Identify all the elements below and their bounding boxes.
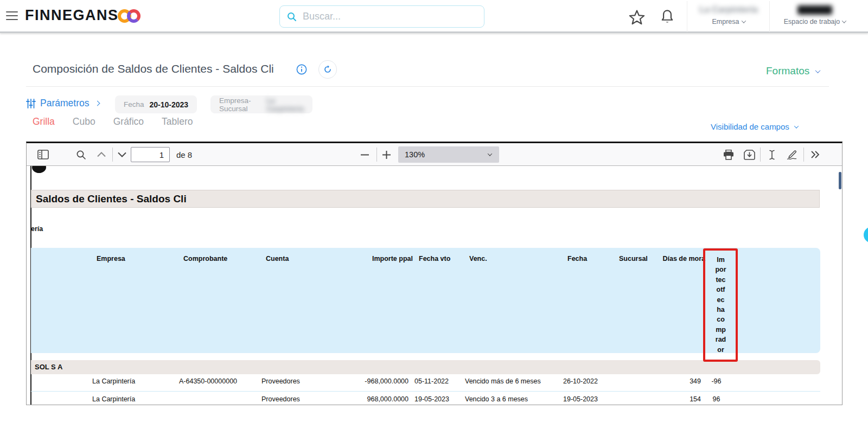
topbar-divider [769,1,770,32]
col-fecha-vto: Fecha vto [419,255,450,262]
cell-fecha-vto: 05-11-2022 [414,377,449,385]
pdf-scrollbar[interactable] [839,172,841,189]
search-input[interactable] [303,11,477,22]
clipped-company-word: ería [31,225,43,233]
cell-venc: Vencido más de 6 meses [465,377,541,385]
chevron-down-icon [794,124,799,128]
search-icon [286,11,297,22]
cell-fecha: 19-05-2023 [563,395,598,403]
hamburger-menu-icon[interactable] [6,11,18,21]
cell-cuenta: Proveedores [261,377,300,385]
text-selection-tool-button[interactable] [763,146,781,163]
document-title-bar: Saldos de Clientes - Saldos Cli [31,190,820,208]
topbar-divider [687,1,687,32]
text-cursor-icon [769,150,775,160]
tab-grilla[interactable]: Grilla [33,116,55,127]
pdf-page[interactable]: Saldos de Clientes - Saldos Cli ería Emp… [27,166,842,405]
col-dias-de-mora: Días de mora [661,255,705,262]
cell-fecha-vto: 19-05-2023 [414,395,449,403]
finnegans-logo: FINNEGANS [25,7,119,24]
fecha-label: Fecha [124,100,144,108]
table-row: La Carpintería Proveedores 968,000.0000 … [27,395,820,405]
download-button[interactable] [741,146,758,163]
bell-icon [660,9,675,25]
field-visibility-dropdown[interactable]: Visibilidad de campos [711,122,798,131]
workspace-picker[interactable]: Espacio de trabajo [774,0,856,33]
fecha-parameter[interactable]: Fecha 20-10-2023 [115,95,197,113]
chevron-up-icon [97,152,106,157]
cell-importe-ppal: -968,000.0000 [327,377,409,385]
table-row: La Carpintería A-64350-00000000 Proveedo… [27,377,820,387]
previous-page-button[interactable] [93,146,110,163]
toolbar-divider [760,148,761,162]
toggle-sidebar-button[interactable] [34,146,52,163]
company-name-blurred: La Carpintería [690,5,767,15]
refresh-icon [323,65,332,74]
tab-cubo[interactable]: Cubo [73,116,95,127]
company-picker-label: Empresa [712,18,745,25]
cell-importe-ppal: 968,000.0000 [327,395,409,403]
col-importe-ppal: Importe ppal [331,255,413,262]
next-page-button[interactable] [113,146,131,163]
fecha-value: 20-10-2023 [150,100,189,109]
company-picker[interactable]: La Carpintería Empresa [690,0,767,33]
table-header: Empresa Comprobante Cuenta Importe ppal … [31,248,820,353]
empresa-sucursal-parameter[interactable]: Empresa-Sucursal La Carpintería [210,95,312,113]
column-highlight-annotation [703,248,738,362]
sliders-icon [26,98,36,109]
cell-importe-fecha-comprador: -96 [699,377,733,385]
cell-venc: Vencido 3 a 6 meses [465,395,528,403]
chevron-down-icon [842,18,846,23]
chevron-down-icon [815,68,821,73]
info-button[interactable] [296,64,307,75]
more-tools-button[interactable] [807,146,824,163]
workspace-name-blurred [797,5,832,15]
pdf-viewer: de 8 130% [26,142,843,405]
global-search[interactable] [279,5,484,28]
cell-cuenta: Proveedores [261,395,300,403]
toolbar-divider [803,148,804,162]
refresh-button[interactable] [318,60,337,79]
zoom-level-select[interactable]: 130% [398,146,499,163]
workspace-picker-label: Espacio de trabajo [784,18,846,25]
tab-tablero[interactable]: Tablero [162,116,193,127]
cell-fecha: 26-10-2022 [563,377,598,385]
plus-icon [382,151,391,159]
chevron-down-icon [118,152,126,157]
topbar: FINNEGANS La Carpintería [0,0,868,33]
screen: FINNEGANS La Carpintería [0,0,868,429]
tab-grafico[interactable]: Gráfico [113,116,144,127]
zoom-in-button[interactable] [378,146,395,163]
cell-empresa: La Carpintería [92,395,135,403]
header-divider [26,86,829,87]
page-number-input[interactable] [131,147,170,162]
cell-comprobante: A-64350-00000000 [179,377,237,385]
cell-empresa: La Carpintería [92,377,135,385]
sidebar-toggle-icon [37,150,49,159]
notifications-button[interactable] [658,8,677,26]
chevron-right-icon [95,101,100,106]
empresa-sucursal-label: Empresa-Sucursal [219,97,261,113]
row-separator [31,391,820,392]
col-cuenta: Cuenta [266,255,289,262]
star-icon [629,9,645,25]
zoom-out-button[interactable] [356,146,373,163]
col-sucursal: Sucursal [619,255,648,262]
find-button[interactable] [72,146,90,163]
minus-icon [361,154,369,156]
favorites-button[interactable] [627,8,647,26]
double-chevron-right-icon [810,151,820,158]
toolbar-divider [112,148,113,162]
floating-action-button[interactable] [864,227,868,243]
pdf-toolbar: de 8 130% [27,143,842,166]
view-tabs: Grilla Cubo Gráfico Tablero [33,116,193,127]
cell-dias-de-mora: 154 [657,395,701,403]
parameters-button[interactable]: Parámetros [26,98,99,109]
clipped-logo-fragment [32,166,46,173]
chevron-down-icon [741,18,745,23]
formats-dropdown[interactable]: Formatos [766,65,820,77]
draw-tool-button[interactable] [783,146,800,163]
pen-icon [786,149,797,160]
search-icon [76,150,86,160]
print-button[interactable] [720,146,737,163]
